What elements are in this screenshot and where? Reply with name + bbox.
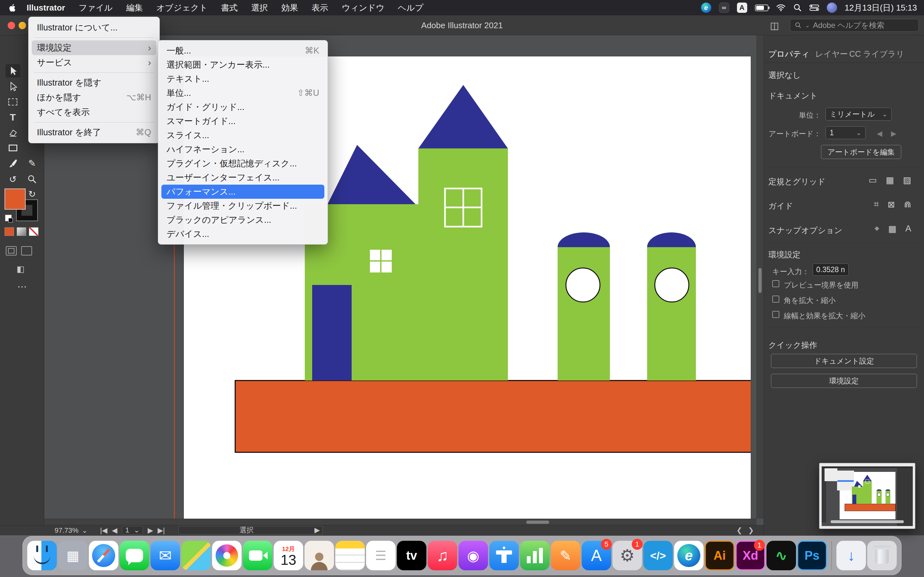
- small-window[interactable]: [370, 250, 392, 272]
- porthole-left[interactable]: [566, 268, 600, 302]
- menubar-item-view[interactable]: 表示: [305, 0, 335, 15]
- submenu-item-guides-grid[interactable]: ガイド・グリッド...: [158, 100, 328, 114]
- default-fill-stroke-icon[interactable]: [5, 215, 11, 221]
- submenu-item-slices[interactable]: スライス...: [158, 128, 328, 142]
- vertical-scrollbar[interactable]: [756, 35, 764, 519]
- submenu-item-plugins-scratch[interactable]: プラグイン・仮想記憶ディスク...: [158, 156, 328, 171]
- dome-left[interactable]: [557, 232, 610, 247]
- menubar-item-edit[interactable]: 編集: [120, 0, 150, 15]
- zoom-tool[interactable]: [25, 172, 39, 186]
- lock-guides-icon[interactable]: ⊠: [888, 199, 895, 210]
- creative-cloud-icon[interactable]: ∞: [719, 3, 729, 13]
- snap-to-point-icon[interactable]: ⌖: [874, 224, 879, 234]
- preview-bounds-checkbox[interactable]: [772, 280, 779, 287]
- tower-right[interactable]: [647, 247, 696, 380]
- menubar-item-file[interactable]: ファイル: [72, 0, 120, 15]
- dock-contacts[interactable]: [304, 541, 334, 570]
- shaper-tool[interactable]: ✎: [25, 156, 39, 170]
- vertical-scrollbar-thumb[interactable]: [758, 268, 762, 293]
- dock-pages[interactable]: ✎: [551, 541, 580, 570]
- screen-mode-button[interactable]: ◧: [17, 264, 25, 274]
- dock-trash[interactable]: [867, 541, 897, 570]
- rectangle-tool[interactable]: [5, 141, 20, 155]
- dock-mail[interactable]: ✉: [150, 541, 180, 570]
- prev-artboard-icon[interactable]: ◀: [112, 526, 118, 535]
- submenu-item-performance[interactable]: パフォーマンス...: [162, 185, 325, 199]
- dock-launchpad[interactable]: ▦: [58, 541, 87, 570]
- draw-normal-button[interactable]: [6, 246, 17, 255]
- dock-apple-tv[interactable]: tv: [397, 541, 426, 570]
- menubar-item-type[interactable]: 書式: [214, 0, 244, 15]
- edit-artboard-button[interactable]: アートボードを編集: [821, 145, 901, 159]
- status-display[interactable]: 選択 ▶: [178, 526, 323, 534]
- menubar-item-object[interactable]: オブジェクト: [150, 0, 214, 15]
- menu-item-about[interactable]: Illustrator について...: [29, 20, 160, 35]
- battery-icon[interactable]: [755, 5, 768, 11]
- submenu-item-file-handling[interactable]: ファイル管理・クリップボード...: [158, 199, 328, 213]
- navigator-panel[interactable]: [819, 463, 915, 529]
- dome-right[interactable]: [647, 232, 696, 247]
- eraser-tool[interactable]: [5, 126, 20, 139]
- snap-to-glyph-icon[interactable]: A: [905, 224, 911, 234]
- porthole-right[interactable]: [655, 268, 689, 302]
- dock-finder[interactable]: [27, 541, 57, 570]
- control-center-icon[interactable]: [809, 4, 819, 11]
- dock-facetime[interactable]: [243, 541, 272, 570]
- zoom-level-dropdown[interactable]: 97.73%⌄: [55, 526, 87, 535]
- dock-illustrator[interactable]: Ai: [705, 541, 734, 570]
- draw-behind-button[interactable]: [21, 246, 32, 255]
- house-right-body[interactable]: [418, 148, 508, 380]
- show-rulers-icon[interactable]: ▭: [869, 175, 877, 185]
- submenu-item-user-interface[interactable]: ユーザーインターフェイス...: [158, 171, 328, 185]
- show-guides-icon[interactable]: ⌗: [874, 199, 879, 210]
- menu-item-hide-others[interactable]: ほかを隠す⌥⌘H: [29, 90, 160, 105]
- tab-layers[interactable]: レイヤー: [815, 47, 848, 63]
- dock-edge[interactable]: e: [674, 541, 704, 570]
- unit-dropdown[interactable]: ミリメートル⌄: [825, 108, 892, 121]
- last-artboard-icon[interactable]: ▶|: [158, 526, 165, 535]
- first-artboard-icon[interactable]: |◀: [100, 526, 107, 535]
- artboard-dropdown[interactable]: 1⌄: [825, 126, 866, 139]
- status-flyout-icon[interactable]: ▶: [314, 526, 320, 534]
- menu-item-services[interactable]: サービス›: [29, 55, 160, 70]
- lasso-tool[interactable]: [5, 95, 20, 109]
- menu-item-hide[interactable]: Illustrator を隠す: [29, 75, 160, 90]
- artboard-number-field[interactable]: 1⌄: [122, 526, 144, 534]
- menu-item-preferences[interactable]: 環境設定›: [32, 40, 156, 55]
- submenu-item-units[interactable]: 単位...⇧⌘U: [158, 86, 328, 100]
- dock-messages[interactable]: [120, 541, 149, 570]
- submenu-item-hyphenation[interactable]: ハイフネーション...: [158, 142, 328, 156]
- dock-xd[interactable]: Xd1: [736, 541, 765, 570]
- scroll-right-icon[interactable]: ❯: [748, 526, 754, 535]
- snap-to-guides-icon[interactable]: ⋒: [904, 199, 911, 210]
- menubar-item-window[interactable]: ウィンドウ: [335, 0, 391, 15]
- next-artboard-icon[interactable]: ▶: [891, 129, 897, 138]
- submenu-item-selection-anchor[interactable]: 選択範囲・アンカー表示...: [158, 58, 328, 72]
- dock-numbers[interactable]: [520, 541, 549, 570]
- more-tools-button[interactable]: ⋯: [17, 281, 27, 292]
- type-tool[interactable]: T: [5, 111, 20, 124]
- submenu-item-smart-guides[interactable]: スマートガイド...: [158, 114, 328, 128]
- key-input-field[interactable]: 0.3528 n: [813, 263, 849, 276]
- free-transform-tool[interactable]: ↻: [25, 187, 39, 201]
- show-grid-icon[interactable]: ▦: [886, 175, 894, 185]
- submenu-item-general[interactable]: 一般...⌘K: [158, 44, 328, 58]
- dock-reminders[interactable]: ☰: [366, 541, 396, 570]
- user-avatar[interactable]: [827, 3, 837, 13]
- dock-podcasts[interactable]: ◉: [459, 541, 488, 570]
- dock-downloads[interactable]: ↓: [837, 541, 866, 570]
- panel-toggle-icon[interactable]: ◫: [770, 20, 779, 31]
- dock-safari[interactable]: [89, 541, 118, 570]
- prev-artboard-icon[interactable]: ◀: [877, 129, 882, 138]
- direct-selection-tool[interactable]: [5, 80, 20, 93]
- roof-right-triangle[interactable]: [418, 85, 508, 148]
- menu-item-show-all[interactable]: すべてを表示: [29, 105, 160, 119]
- submenu-item-black-appearance[interactable]: ブラックのアピアランス...: [158, 213, 328, 227]
- rotate-tool[interactable]: ↺: [5, 172, 20, 186]
- scale-strokes-checkbox[interactable]: [772, 311, 779, 318]
- menubar-clock[interactable]: 12月13日(日) 15:13: [845, 2, 917, 13]
- paintbrush-tool[interactable]: [5, 156, 20, 170]
- none-mode-button[interactable]: [29, 227, 39, 236]
- fill-color-swatch[interactable]: [5, 189, 26, 210]
- scale-corners-checkbox[interactable]: [772, 295, 779, 303]
